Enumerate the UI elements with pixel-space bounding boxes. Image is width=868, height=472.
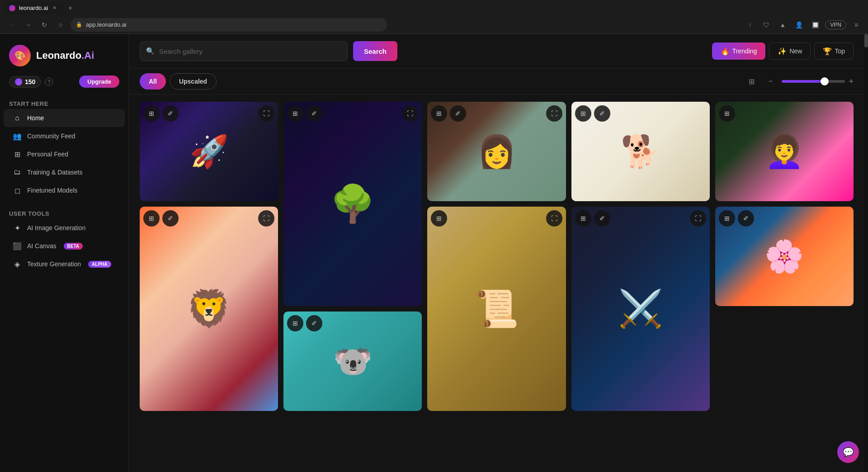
item-overlay-7: ⊞: [431, 210, 447, 227]
item-overlay-9: ⊞ ✐: [719, 210, 754, 227]
ssl-lock-icon: 🔒: [76, 22, 82, 28]
edit-overlay-button-3[interactable]: ✐: [450, 105, 466, 122]
zoom-in-button[interactable]: +: [849, 77, 854, 86]
edit-overlay-button-8[interactable]: ✐: [594, 210, 610, 227]
reload-button[interactable]: ↻: [38, 19, 51, 31]
grid-overlay-button-9[interactable]: ⊞: [719, 210, 735, 227]
search-input[interactable]: [140, 41, 348, 61]
gallery-item-8[interactable]: ⚔️ ⊞ ✐ ⛶: [571, 207, 710, 411]
sidebar-item-personal-feed[interactable]: ⊞ Personal Feed: [4, 145, 125, 163]
help-icon[interactable]: ?: [45, 78, 53, 86]
menu-button[interactable]: ≡: [850, 19, 863, 31]
shield-icon[interactable]: 🛡: [760, 19, 773, 31]
edit-overlay-button-6[interactable]: ✐: [162, 210, 179, 227]
gallery-area: 🚀 ⊞ ✐ ⛶ 🌳 ⊞ ✐: [129, 94, 864, 472]
extensions-icon[interactable]: 🔲: [809, 19, 821, 31]
forward-button[interactable]: →: [22, 19, 34, 31]
expand-overlay-button-7[interactable]: ⛶: [546, 210, 562, 227]
trophy-icon: 🏆: [823, 47, 832, 56]
gallery-item-1[interactable]: 🚀 ⊞ ✐ ⛶: [140, 102, 278, 201]
grid-overlay-button-5[interactable]: ⊞: [719, 105, 735, 122]
search-header: 🔍 Search 🔥 Trending ✨ New 🏆 Top: [129, 34, 864, 69]
canvas-icon: ⬛: [13, 241, 22, 250]
texture-icon: ◈: [13, 260, 22, 269]
item-overlay-tr-7: ⛶: [546, 210, 562, 227]
training-icon: 🗂: [13, 168, 22, 177]
gallery-item-2[interactable]: 🌳 ⊞ ✐ ⛶: [283, 102, 422, 306]
share-button[interactable]: ↑: [744, 19, 756, 31]
edit-overlay-button[interactable]: ✐: [162, 105, 179, 122]
back-button[interactable]: ←: [5, 19, 18, 31]
ai-image-label: AI Image Generation: [27, 224, 85, 231]
top-tab[interactable]: 🏆 Top: [814, 42, 854, 60]
vpn-badge[interactable]: VPN: [825, 20, 846, 29]
sidebar: 🎨 Leonardo.Ai 150 ? Upgrade Start Here ⌂…: [0, 34, 129, 472]
sidebar-item-texture-generation[interactable]: ◈ Texture Generation ALPHA: [4, 255, 125, 273]
bookmark-button[interactable]: ☆: [54, 19, 67, 31]
gallery-item-7[interactable]: 📜 ⊞ ⛶: [427, 207, 566, 411]
item-overlay-tr-1: ⛶: [258, 105, 274, 122]
credits-coin-icon: [15, 78, 22, 85]
new-tab-button[interactable]: +: [65, 3, 75, 14]
upscaled-filter-button[interactable]: Upscaled: [170, 73, 217, 90]
grid-view-button[interactable]: ⊞: [744, 74, 759, 89]
grid-overlay-button[interactable]: ⊞: [143, 105, 160, 122]
trending-label: Trending: [732, 47, 757, 55]
grid-overlay-button-8[interactable]: ⊞: [575, 210, 591, 227]
item-overlay-tr-6: ⛶: [258, 210, 274, 227]
all-filter-button[interactable]: All: [140, 73, 166, 90]
edit-overlay-button-9[interactable]: ✐: [738, 210, 754, 227]
sidebar-item-ai-canvas[interactable]: ⬛ AI Canvas BETA: [4, 237, 125, 255]
tab-favicon: [9, 5, 15, 11]
edit-overlay-button-2[interactable]: ✐: [306, 105, 322, 122]
expand-overlay-button[interactable]: ⛶: [258, 105, 274, 122]
sidebar-item-training-datasets[interactable]: 🗂 Training & Datasets: [4, 163, 125, 181]
gallery-item-6[interactable]: 🦁 ⊞ ✐ ⛶: [140, 207, 278, 411]
grid-overlay-button-6[interactable]: ⊞: [143, 210, 160, 227]
zoom-slider[interactable]: [782, 80, 845, 83]
grid-overlay-button-10[interactable]: ⊞: [287, 315, 303, 331]
upgrade-button[interactable]: Upgrade: [79, 76, 119, 88]
grid-overlay-button-7[interactable]: ⊞: [431, 210, 447, 227]
expand-overlay-button-6[interactable]: ⛶: [258, 210, 274, 227]
trending-tab[interactable]: 🔥 Trending: [712, 42, 766, 60]
edit-overlay-button-10[interactable]: ✐: [306, 315, 322, 331]
gallery-item-4[interactable]: 🐕 ⊞ ✐: [571, 102, 710, 201]
new-label: New: [789, 47, 802, 55]
sidebar-item-community-feed[interactable]: 👥 Community Feed: [4, 127, 125, 145]
new-tab[interactable]: ✨ New: [769, 42, 811, 60]
search-button[interactable]: Search: [353, 41, 397, 61]
sidebar-item-home[interactable]: ⌂ Home: [4, 109, 125, 127]
address-bar[interactable]: 🔒 app.leonardo.ai: [71, 18, 387, 32]
gallery-item-3[interactable]: 👩 ⊞ ✐ ⛶: [427, 102, 566, 201]
profile-icon[interactable]: 👤: [793, 19, 805, 31]
right-scrollbar[interactable]: [864, 34, 868, 472]
expand-overlay-button-3[interactable]: ⛶: [546, 105, 562, 122]
credits-row: 150 ? Upgrade: [0, 76, 128, 95]
texture-label: Texture Generation: [27, 260, 81, 268]
expand-overlay-button-2[interactable]: ⛶: [402, 105, 418, 122]
tab-bar: leonardo.ai ✕ +: [0, 0, 868, 16]
grid-overlay-button-4[interactable]: ⊞: [575, 105, 591, 122]
chat-bubble-button[interactable]: 💬: [837, 441, 859, 463]
personal-feed-label: Personal Feed: [27, 151, 68, 158]
zoom-out-button[interactable]: −: [763, 74, 778, 89]
grid-overlay-button-3[interactable]: ⊞: [431, 105, 447, 122]
sidebar-item-finetuned-models[interactable]: ◻ Finetuned Models: [4, 181, 125, 199]
gallery-item-10[interactable]: 🐨 ⊞ ✐: [283, 312, 422, 411]
tab-close-button[interactable]: ✕: [52, 4, 57, 12]
expand-overlay-button-8[interactable]: ⛶: [690, 210, 706, 227]
edit-overlay-button-4[interactable]: ✐: [594, 105, 610, 122]
item-overlay-6: ⊞ ✐: [143, 210, 179, 227]
gallery-item-5[interactable]: 👩‍🦱 ⊞: [715, 102, 854, 201]
alpha-badge: ALPHA: [88, 261, 111, 268]
community-feed-label: Community Feed: [27, 132, 75, 140]
sidebar-item-ai-image-generation[interactable]: ✦ AI Image Generation: [4, 219, 125, 237]
grid-overlay-button-2[interactable]: ⊞: [287, 105, 303, 122]
triangle-icon[interactable]: ▲: [776, 19, 789, 31]
models-icon: ◻: [13, 186, 22, 195]
tab-title: leonardo.ai: [19, 5, 48, 11]
gallery-item-9[interactable]: 🌸 ⊞ ✐: [715, 207, 854, 306]
active-tab[interactable]: leonardo.ai ✕: [4, 2, 63, 14]
nav-actions: ↑ 🛡 ▲ 👤 🔲 VPN ≡: [744, 19, 863, 31]
